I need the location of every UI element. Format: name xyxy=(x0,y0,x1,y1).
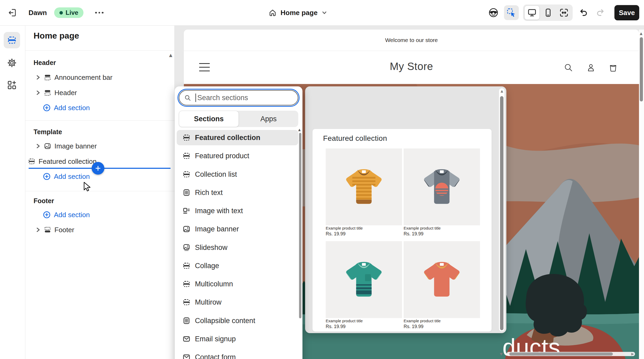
top-bar: Dawn Live Home page xyxy=(0,0,644,26)
slideshow-icon xyxy=(183,244,190,251)
flyout-scrollbar-thumb[interactable] xyxy=(500,96,503,330)
tab-apps[interactable]: Apps xyxy=(239,111,298,127)
section-item-image-with-text[interactable]: Image with text xyxy=(177,203,298,218)
search-icon[interactable] xyxy=(563,63,573,73)
undo-icon xyxy=(579,8,589,17)
product-image xyxy=(404,241,480,318)
preview-vertical-scrollbar[interactable]: ▲ xyxy=(639,30,644,359)
section-item-collection-list[interactable]: Collection list xyxy=(177,167,298,182)
tree-row-announcement-bar[interactable]: Announcement bar xyxy=(25,71,174,84)
hscroll-right-arrow-icon[interactable]: ▶ xyxy=(631,352,634,356)
tab-sections[interactable]: Sections xyxy=(179,111,239,127)
section-item-email-signup[interactable]: Email signup xyxy=(177,331,298,347)
exit-editor-button[interactable] xyxy=(6,7,18,19)
product-title: Example product title xyxy=(404,319,441,323)
popup-scrollbar-thumb[interactable] xyxy=(299,133,301,318)
section-search[interactable] xyxy=(179,90,298,105)
undo-button[interactable] xyxy=(577,6,591,20)
horizontal-scrollbar[interactable]: ▶ xyxy=(507,352,635,356)
rail-sections-button[interactable] xyxy=(4,32,20,48)
section-icon xyxy=(183,152,190,160)
section-item-collapsible-content[interactable]: Collapsible content xyxy=(177,313,298,328)
product-image xyxy=(326,148,402,225)
tree-row-header[interactable]: Header xyxy=(25,86,174,99)
redo-button[interactable] xyxy=(593,6,607,20)
mobile-view-button[interactable] xyxy=(541,6,556,20)
section-item-label: Multicolumn xyxy=(195,280,233,288)
store-header: My Store xyxy=(184,51,639,84)
divider xyxy=(25,120,174,121)
section-item-contact-form[interactable]: Contact form xyxy=(177,349,298,359)
tree-row-footer[interactable]: Footer xyxy=(25,223,174,236)
horizontal-scrollbar-thumb[interactable] xyxy=(509,352,613,356)
vscroll-up-arrow-icon[interactable]: ▲ xyxy=(640,32,642,35)
product-title: Example product title xyxy=(404,226,441,230)
chevron-right-icon xyxy=(35,74,41,81)
plus-circle-icon xyxy=(43,104,51,112)
section-item-image-banner[interactable]: Image banner xyxy=(177,221,298,237)
product-image xyxy=(326,241,402,318)
tree-row-label: Footer xyxy=(54,226,74,234)
desktop-view-button[interactable] xyxy=(524,6,540,20)
account-icon[interactable] xyxy=(586,63,596,73)
live-badge-label: Live xyxy=(66,9,78,16)
section-item-label: Collection list xyxy=(195,170,237,179)
section-item-collage[interactable]: Collage xyxy=(177,258,298,273)
add-section-footer[interactable]: Add section xyxy=(25,208,174,221)
topbar-right-cluster: Save xyxy=(487,0,639,25)
section-item-rich-text[interactable]: Rich text xyxy=(177,185,298,200)
tree-row-image-banner[interactable]: Image banner xyxy=(25,140,174,152)
rail-apps-button[interactable] xyxy=(4,77,20,93)
header-section-icon xyxy=(44,89,51,96)
section-item-featured-collection[interactable]: Featured collection xyxy=(177,130,298,145)
tshirt-teal-illustration xyxy=(341,257,387,303)
add-section-header[interactable]: Add section xyxy=(25,101,174,114)
image-icon xyxy=(44,142,51,150)
search-icon xyxy=(184,94,191,101)
topbar-left-cluster: Dawn Live xyxy=(6,0,104,25)
popup-scroll-up-icon[interactable]: ▲ xyxy=(298,128,301,131)
section-item-label: Collage xyxy=(195,262,219,270)
section-item-slideshow[interactable]: Slideshow xyxy=(177,240,298,255)
hscroll-arrow-icon[interactable]: ▼ xyxy=(500,352,503,356)
overflow-menu-button[interactable] xyxy=(95,12,104,14)
desktop-icon xyxy=(527,8,537,17)
section-item-multirow[interactable]: Multirow xyxy=(177,295,298,310)
section-item-featured-product[interactable]: Featured product xyxy=(177,148,298,164)
group-label-header: Header xyxy=(34,59,56,67)
announcement-bar[interactable]: Welcome to our store xyxy=(184,30,639,51)
document-icon xyxy=(183,189,190,197)
add-section-label: Add section xyxy=(54,172,90,181)
section-icon xyxy=(183,298,190,306)
cart-icon[interactable] xyxy=(608,63,618,73)
fullscreen-view-button[interactable] xyxy=(557,6,571,20)
panel-scroll-up-icon[interactable]: ▲ xyxy=(169,53,172,57)
section-icon xyxy=(183,280,190,288)
section-item-multicolumn[interactable]: Multicolumn xyxy=(177,276,298,292)
search-input[interactable] xyxy=(197,94,288,102)
persona-icon xyxy=(488,7,499,18)
tshirt-gray-illustration xyxy=(419,164,465,210)
inspector-mode-button[interactable] xyxy=(504,5,519,20)
add-section-template[interactable]: Add section xyxy=(25,170,174,183)
preview-vscroll-thumb[interactable] xyxy=(640,37,643,101)
sections-panel: Home page ▲ Header Announcement bar Head… xyxy=(25,26,175,359)
section-item-label: Featured product xyxy=(195,152,249,160)
section-item-label: Image banner xyxy=(195,225,239,233)
preview-persona-button[interactable] xyxy=(487,6,500,20)
popup-tabs: Sections Apps xyxy=(179,111,298,127)
preview-section-title: Featured collection xyxy=(323,134,387,143)
plus-circle-icon xyxy=(43,211,51,219)
tree-row-label: Image banner xyxy=(54,142,97,150)
panel-title: Home page xyxy=(34,31,79,41)
chevron-down-icon xyxy=(321,10,328,16)
product-title: Example product title xyxy=(326,226,363,230)
flyout-scroll-up-icon[interactable]: ▲ xyxy=(501,89,503,93)
product-title: Example product title xyxy=(326,319,363,323)
rail-theme-settings-button[interactable] xyxy=(4,55,20,71)
section-item-label: Image with text xyxy=(195,207,243,215)
fullscreen-icon xyxy=(559,8,569,17)
inspect-cursor-icon xyxy=(506,8,516,18)
page-selector[interactable]: Home page xyxy=(268,0,328,25)
save-button[interactable]: Save xyxy=(614,5,639,20)
